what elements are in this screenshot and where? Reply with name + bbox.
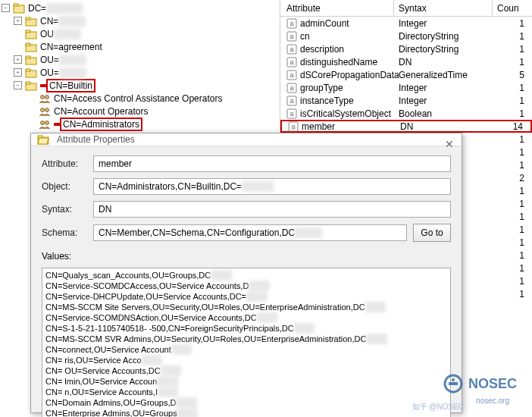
- expander-icon[interactable]: −: [14, 81, 22, 89]
- tree-item[interactable]: +OU=xxxxxx: [0, 53, 280, 66]
- folder-icon: [25, 67, 37, 79]
- group-icon: [39, 118, 51, 130]
- value-item[interactable]: CN=connect,OU=Service Accountxxxxx: [45, 344, 447, 355]
- value-item[interactable]: CN=Qualys_scan_Accounts,OU=Groups,DCxxxx…: [45, 270, 447, 281]
- attr-row[interactable]: adescriptionDirectoryString1: [280, 42, 532, 55]
- tree-item[interactable]: −CN=Builtin: [0, 79, 280, 92]
- svg-text:a: a: [289, 84, 293, 92]
- tree-label: OUxxxxxx: [40, 29, 81, 39]
- attr-count: 1: [493, 57, 532, 67]
- tree-item[interactable]: CN=agreement: [0, 40, 280, 53]
- tree-label: CN=Builtin: [49, 80, 92, 91]
- value-item[interactable]: CN= ris,OU=Service Accoxxxxx: [45, 355, 447, 365]
- attribute-properties-dialog: Attribute Properties ✕ Attribute: member…: [30, 133, 462, 413]
- expander-icon[interactable]: +: [14, 17, 22, 25]
- value-item[interactable]: CN=Domain Admins,OU=Groups,Dxxxxx: [45, 397, 447, 408]
- tree-item[interactable]: +OU=xxxxxx: [0, 66, 280, 79]
- expander-icon[interactable]: +: [14, 68, 22, 77]
- dialog-folder-icon: [37, 133, 49, 146]
- attr-row[interactable]: agroupTypeInteger1: [280, 81, 532, 94]
- tree-root-row[interactable]: − DC=xxxxxxxx: [0, 2, 280, 14]
- attr-syntax: DirectoryString: [394, 31, 493, 42]
- svg-point-19: [45, 121, 49, 124]
- tree-item[interactable]: CN=Account Operators: [0, 105, 280, 118]
- attr-icon: a: [286, 108, 297, 119]
- attr-count: 5: [493, 70, 532, 80]
- attr-syntax: Boolean: [394, 108, 493, 119]
- svg-text:a: a: [289, 110, 293, 118]
- value-item[interactable]: CN=Service-SCOMDNSAction,OU=Service Acco…: [45, 312, 447, 323]
- label-object: Object:: [42, 181, 87, 192]
- attr-row[interactable]: amemberDN14: [280, 120, 532, 133]
- expander-icon[interactable]: −: [2, 4, 10, 12]
- close-icon[interactable]: ✕: [445, 138, 454, 150]
- tree-root-label: DC=: [28, 3, 46, 14]
- attr-row[interactable]: aisCriticalSystemObjectBoolean1: [280, 107, 532, 120]
- attr-row[interactable]: aadminCountInteger1: [280, 17, 532, 30]
- svg-rect-1: [14, 4, 18, 6]
- attr-row[interactable]: adSCorePropagationDataGeneralizedTime5: [280, 68, 532, 81]
- tree-item[interactable]: +CN=xxxxxx: [0, 14, 280, 27]
- attr-name: member: [302, 121, 335, 132]
- attr-row[interactable]: ainstanceTypeInteger1: [280, 94, 532, 107]
- svg-rect-13: [26, 82, 30, 84]
- value-item[interactable]: CN=Service-SCOMDCAccess,OU=Service Accou…: [45, 281, 447, 291]
- attr-syntax: DirectoryString: [394, 44, 493, 55]
- attr-count: 1: [493, 186, 532, 196]
- svg-text:a: a: [289, 20, 293, 27]
- attr-icon: a: [286, 96, 297, 106]
- attr-count: 1: [493, 160, 532, 171]
- tree-item[interactable]: CN=Access Control Assistance Operators: [0, 92, 280, 105]
- input-schema[interactable]: CN=Member,CN=Schema,CN=Configuration,DCx…: [93, 224, 407, 241]
- col-syntax[interactable]: Syntax: [394, 0, 493, 16]
- highlight-box: CN=Administrators: [60, 118, 142, 131]
- attr-count: 1: [493, 44, 532, 55]
- tree-label: OU=xxxxxx: [40, 55, 86, 65]
- attr-count: 1: [493, 108, 532, 119]
- dialog-title-bar[interactable]: Attribute Properties ✕: [31, 133, 462, 146]
- attr-name: dSCorePropagationData: [300, 70, 399, 80]
- attr-syntax: Integer: [394, 96, 493, 106]
- tree-item[interactable]: OUxxxxxx: [0, 27, 280, 40]
- svg-rect-5: [26, 30, 30, 33]
- attr-count: 1: [493, 83, 532, 93]
- svg-text:a: a: [289, 45, 293, 53]
- label-schema: Schema:: [42, 227, 87, 238]
- folder-icon: [25, 15, 37, 27]
- value-item[interactable]: CN= lmin,OU=Service Accounxxxxx: [45, 376, 447, 387]
- attr-icon: a: [286, 70, 297, 80]
- attr-count: 1: [493, 237, 532, 248]
- attr-count: 1: [493, 31, 532, 42]
- input-object[interactable]: CN=Administrators,CN=Builtin,DC=xxxxxxx: [93, 178, 451, 195]
- value-item[interactable]: CN= OU=Service Accounts,DCxxxxx: [45, 365, 447, 376]
- value-item[interactable]: CN=MS-SCCM Site Servers,OU=Security,OU=R…: [45, 302, 447, 312]
- svg-rect-7: [26, 43, 30, 45]
- attr-row[interactable]: adistinguishedNameDN1: [280, 55, 532, 68]
- attr-name: instanceType: [300, 96, 354, 106]
- attr-count: 1: [493, 96, 532, 106]
- value-item[interactable]: CN=MS-SCCM SVR Admins,OU=Security,OU=Rol…: [45, 334, 447, 344]
- value-item[interactable]: CN=Service-DHCPUpdate,OU=Service Account…: [45, 291, 447, 302]
- label-attribute: Attribute:: [42, 158, 87, 169]
- col-count[interactable]: Coun: [493, 0, 532, 16]
- svg-point-16: [41, 108, 45, 111]
- expander-icon[interactable]: +: [14, 55, 22, 64]
- attr-icon: a: [286, 31, 297, 42]
- value-item[interactable]: CN=S-1-5-21-1105740518- -500,CN=ForeignS…: [45, 323, 447, 334]
- attr-icon: a: [288, 121, 299, 132]
- attr-row[interactable]: acnDirectoryString1: [280, 30, 532, 42]
- attr-syntax: Integer: [394, 18, 493, 29]
- goto-button[interactable]: Go to: [413, 224, 451, 242]
- input-attribute[interactable]: member: [93, 155, 451, 172]
- input-syntax[interactable]: DN: [93, 201, 451, 218]
- values-listbox[interactable]: CN=Qualys_scan_Accounts,OU=Groups,DCxxxx…: [42, 268, 451, 417]
- value-item[interactable]: CN=Enterprise Admins,OU=Groupsxxxxx: [45, 408, 447, 417]
- value-item[interactable]: CN= n,OU=Service Accounts,Ixxxxx: [45, 387, 447, 397]
- tree-item[interactable]: CN=Administrators: [0, 118, 280, 130]
- svg-text:a: a: [289, 58, 293, 66]
- attr-table-header: Attribute Syntax Coun: [280, 0, 532, 17]
- attr-count: 14: [494, 121, 530, 132]
- col-attribute[interactable]: Attribute: [280, 0, 394, 16]
- attr-name: distinguishedName: [300, 57, 377, 67]
- attr-icon: a: [286, 83, 297, 93]
